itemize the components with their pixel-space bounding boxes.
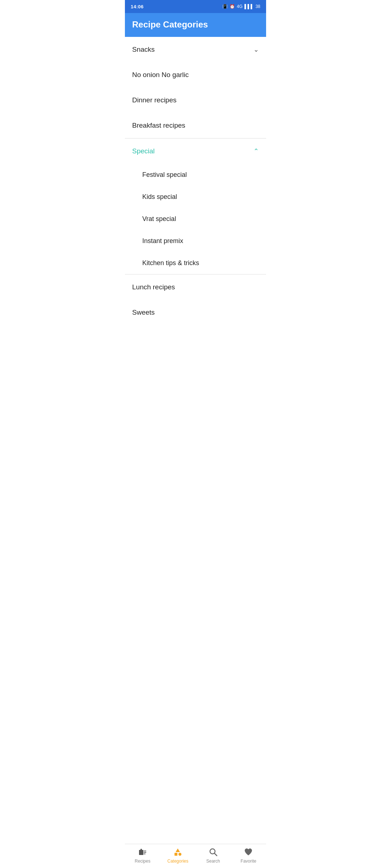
category-list: Snacks ⌄ No onion No garlic Dinner recip… [125, 37, 266, 319]
category-item-no-onion[interactable]: No onion No garlic [125, 62, 266, 88]
category-label-sweets: Sweets [132, 309, 155, 316]
vibrate-icon: 📳 [222, 4, 228, 9]
sub-item-label-kids: Kids special [142, 193, 177, 200]
sub-item-label-instant: Instant premix [142, 237, 183, 244]
battery-label: 38 [256, 4, 260, 9]
status-icons: 📳 ⏰ 4G ▌▌▌ 38 [222, 4, 260, 9]
sub-item-instant-premix[interactable]: Instant premix [125, 230, 266, 252]
sub-item-kitchen-tips[interactable]: Kitchen tips & tricks [125, 252, 266, 274]
sub-item-label-kitchen: Kitchen tips & tricks [142, 259, 199, 267]
category-label-dinner: Dinner recipes [132, 96, 177, 104]
signal-icon: ▌▌▌ [244, 4, 254, 9]
chevron-up-icon: ⌃ [253, 147, 259, 155]
network-icon: 4G [237, 4, 243, 9]
category-item-snacks[interactable]: Snacks ⌄ [125, 37, 266, 62]
category-item-sweets[interactable]: Sweets [125, 300, 266, 319]
category-label-no-onion: No onion No garlic [132, 71, 189, 79]
app-header: Recipe Categories [125, 13, 266, 37]
alarm-icon: ⏰ [230, 4, 235, 9]
time: 14:06 [131, 4, 144, 9]
category-item-lunch[interactable]: Lunch recipes [125, 275, 266, 300]
category-label-breakfast: Breakfast recipes [132, 122, 185, 129]
category-item-breakfast[interactable]: Breakfast recipes [125, 113, 266, 138]
page-title: Recipe Categories [132, 20, 259, 30]
sub-item-label-festival: Festival special [142, 171, 187, 178]
special-section-header[interactable]: Special ⌃ [125, 139, 266, 164]
category-label-snacks: Snacks [132, 46, 155, 54]
sub-item-kids-special[interactable]: Kids special [125, 186, 266, 208]
category-item-dinner[interactable]: Dinner recipes [125, 88, 266, 113]
status-bar: 14:06 📳 ⏰ 4G ▌▌▌ 38 [125, 0, 266, 13]
sub-item-vrat-special[interactable]: Vrat special [125, 208, 266, 230]
category-label-lunch: Lunch recipes [132, 283, 175, 291]
chevron-down-icon: ⌄ [253, 46, 259, 54]
sub-item-label-vrat: Vrat special [142, 215, 176, 222]
special-label: Special [132, 147, 155, 155]
sub-item-festival-special[interactable]: Festival special [125, 164, 266, 186]
